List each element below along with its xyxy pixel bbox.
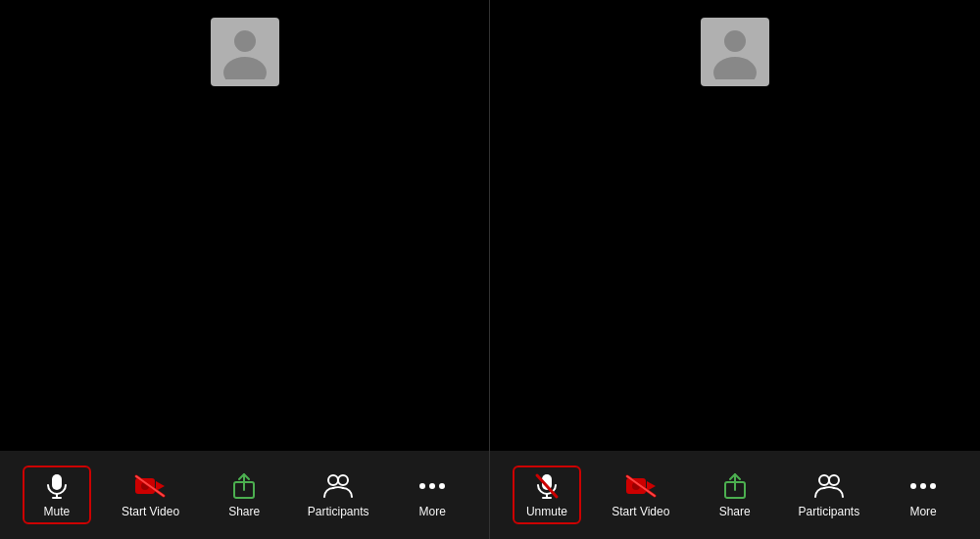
left-toolbar: Mute Start Video <box>0 451 489 539</box>
unmute-button[interactable]: Unmute <box>513 466 581 524</box>
participants-button[interactable]: Participants <box>304 466 373 524</box>
mute-icon <box>39 471 74 501</box>
mute-button[interactable]: Mute <box>23 466 91 524</box>
share-button[interactable]: Share <box>210 466 278 524</box>
right-start-video-icon <box>623 471 659 501</box>
right-share-button[interactable]: Share <box>701 466 769 524</box>
right-participants-label: Participants <box>799 505 860 518</box>
mute-label: Mute <box>43 505 70 518</box>
share-label: Share <box>228 505 260 518</box>
start-video-label: Start Video <box>122 505 179 518</box>
right-share-icon <box>717 471 753 501</box>
more-icon <box>415 471 450 501</box>
svg-point-14 <box>419 483 425 489</box>
right-video-area <box>490 0 980 451</box>
right-more-icon <box>906 471 941 501</box>
more-label: More <box>418 505 445 518</box>
svg-point-15 <box>429 483 435 489</box>
svg-point-34 <box>930 483 936 489</box>
svg-point-1 <box>223 57 267 79</box>
participants-label: Participants <box>308 505 369 518</box>
right-toolbar: Unmute Start Video <box>490 451 980 539</box>
left-panel: Mute Start Video <box>0 0 490 539</box>
unmute-icon <box>529 471 564 501</box>
svg-point-16 <box>439 483 445 489</box>
more-button[interactable]: More <box>398 466 466 524</box>
svg-point-33 <box>920 483 926 489</box>
right-more-label: More <box>909 505 936 518</box>
start-video-button[interactable]: Start Video <box>116 466 184 524</box>
right-participants-button[interactable]: Participants <box>795 466 864 524</box>
participants-icon <box>320 471 356 501</box>
svg-point-13 <box>338 475 348 485</box>
right-panel: Unmute Start Video <box>490 0 980 539</box>
right-start-video-button[interactable]: Start Video <box>607 466 675 524</box>
right-share-label: Share <box>719 505 751 518</box>
share-icon <box>226 471 262 501</box>
svg-point-30 <box>819 475 829 485</box>
unmute-label: Unmute <box>526 505 567 518</box>
svg-point-0 <box>234 30 256 52</box>
left-video-area <box>0 0 489 451</box>
right-more-button[interactable]: More <box>889 466 957 524</box>
left-avatar <box>211 18 279 86</box>
svg-point-18 <box>713 57 757 79</box>
svg-point-31 <box>829 475 839 485</box>
svg-rect-2 <box>52 474 62 490</box>
svg-point-32 <box>910 483 916 489</box>
right-avatar <box>701 18 769 86</box>
svg-point-17 <box>724 30 746 52</box>
start-video-icon <box>132 471 168 501</box>
right-participants-icon <box>811 471 847 501</box>
svg-point-12 <box>328 475 338 485</box>
right-start-video-label: Start Video <box>612 505 669 518</box>
